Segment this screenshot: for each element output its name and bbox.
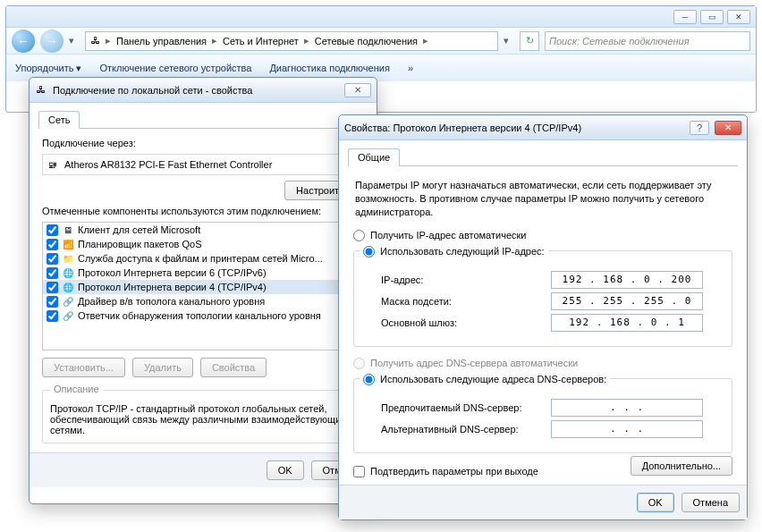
help-button[interactable]: ? bbox=[690, 121, 709, 135]
tab-network[interactable]: Сеть bbox=[38, 111, 80, 129]
component-label: Ответчик обнаружения топологии канальног… bbox=[78, 310, 321, 321]
dialog-titlebar[interactable]: Свойства: Протокол Интернета версии 4 (T… bbox=[339, 115, 747, 140]
network-icon: 🖧 bbox=[89, 35, 102, 47]
ip-manual-radio[interactable] bbox=[363, 246, 375, 258]
dns-auto-label: Получить адрес DNS-сервера автоматически bbox=[370, 358, 578, 368]
list-item[interactable]: 📶Планировщик пакетов QoS bbox=[43, 237, 363, 251]
ip-auto-label: Получить IP-адрес автоматически bbox=[370, 230, 526, 241]
cancel-button[interactable]: Отмена bbox=[682, 493, 740, 512]
component-checkbox[interactable] bbox=[47, 267, 58, 279]
component-checkbox[interactable] bbox=[47, 296, 58, 308]
share-icon: 📁 bbox=[62, 252, 74, 265]
chevron-right-icon: ▸ bbox=[421, 35, 430, 46]
close-button[interactable]: ✕ bbox=[344, 83, 371, 97]
chevron-right-icon: ▸ bbox=[302, 35, 311, 46]
component-label: Драйвер в/в тополога канального уровня bbox=[78, 296, 265, 307]
close-button[interactable]: ✕ bbox=[715, 121, 741, 135]
breadcrumb[interactable]: Сетевые подключения bbox=[313, 36, 419, 46]
connection-properties-dialog: 🖧 Подключение по локальной сети - свойст… bbox=[29, 77, 377, 504]
search-placeholder: Поиск: Сетевые подключения bbox=[549, 36, 690, 46]
list-item[interactable]: 📁Служба доступа к файлам и принтерам сет… bbox=[43, 251, 363, 266]
ip-auto-radio[interactable] bbox=[353, 230, 365, 241]
address-bar[interactable]: 🖧 ▸ Панель управления ▸ Сеть и Интернет … bbox=[85, 31, 498, 51]
tab-general[interactable]: Общие bbox=[348, 148, 400, 166]
organize-menu[interactable]: Упорядочить ▾ bbox=[15, 63, 81, 74]
component-checkbox[interactable] bbox=[47, 282, 58, 293]
component-buttons: Установить... Удалить Свойства bbox=[42, 358, 364, 377]
dialog-title: Свойства: Протокол Интернета версии 4 (T… bbox=[344, 122, 684, 133]
dns-manual-radio[interactable] bbox=[363, 374, 375, 385]
list-item[interactable]: 🖥Клиент для сетей Microsoft bbox=[43, 223, 363, 237]
network-icon: 🖧 bbox=[35, 84, 47, 97]
dns-auto-radio bbox=[353, 358, 365, 369]
component-checkbox[interactable] bbox=[47, 310, 58, 322]
close-button[interactable]: ✕ bbox=[727, 10, 750, 24]
component-label: Протокол Интернета версии 6 (TCP/IPv6) bbox=[78, 267, 267, 278]
topology-icon: 🔗 bbox=[62, 309, 74, 322]
component-label: Планировщик пакетов QoS bbox=[78, 239, 202, 249]
dialog-body: Общие Параметры IP могут назначаться авт… bbox=[339, 140, 747, 485]
dns1-label: Предпочитаемый DNS-сервер: bbox=[381, 402, 551, 413]
gateway-label: Основной шлюз: bbox=[381, 317, 551, 328]
component-checkbox[interactable] bbox=[47, 224, 58, 236]
subnet-mask-label: Маска подсети: bbox=[381, 296, 551, 307]
list-item[interactable]: 🔗Драйвер в/в тополога канального уровня bbox=[43, 294, 363, 308]
component-label: Протокол Интернета версии 4 (TCP/IPv4) bbox=[78, 282, 267, 292]
ok-button[interactable]: OK bbox=[637, 493, 674, 512]
properties-button[interactable]: Свойства bbox=[200, 358, 267, 377]
dialog-titlebar[interactable]: 🖧 Подключение по локальной сети - свойст… bbox=[30, 78, 377, 103]
diagnose-button[interactable]: Диагностика подключения bbox=[269, 63, 389, 73]
remove-button[interactable]: Удалить bbox=[132, 358, 193, 377]
search-input[interactable]: Поиск: Сетевые подключения bbox=[545, 31, 750, 51]
subnet-mask-input[interactable]: 255 . 255 . 255 . 0 bbox=[551, 292, 703, 310]
list-item[interactable]: 🔗Ответчик обнаружения топологии канально… bbox=[43, 308, 363, 323]
protocol-icon: 🌐 bbox=[62, 281, 74, 293]
description-text: Протокол TCP/IP - стандартный протокол г… bbox=[50, 403, 356, 435]
back-button[interactable]: ← bbox=[12, 30, 35, 53]
dns-manual-label: Использовать следующие адреса DNS-сервер… bbox=[380, 374, 606, 384]
client-icon: 🖥 bbox=[62, 224, 74, 236]
disable-device-button[interactable]: Отключение сетевого устройства bbox=[99, 63, 251, 73]
dialog-body: Сеть Подключение через: 🖳 Atheros AR8132… bbox=[30, 103, 377, 452]
component-label: Клиент для сетей Microsoft bbox=[78, 224, 200, 235]
ip-manual-label: Использовать следующий IP-адрес: bbox=[380, 246, 545, 257]
ip-address-input[interactable]: 192 . 168 . 0 . 200 bbox=[551, 271, 703, 289]
advanced-button[interactable]: Дополнительно... bbox=[631, 456, 732, 476]
component-label: Служба доступа к файлам и принтерам сете… bbox=[78, 253, 323, 264]
confirm-on-exit-checkbox[interactable] bbox=[353, 466, 365, 477]
protocol-icon: 🌐 bbox=[62, 266, 74, 279]
history-dropdown-icon[interactable]: ▾ bbox=[69, 35, 80, 46]
connect-via-label: Подключение через: bbox=[42, 138, 364, 148]
ip-address-label: IP-адрес: bbox=[381, 274, 551, 285]
list-item[interactable]: 🌐Протокол Интернета версии 6 (TCP/IPv6) bbox=[43, 266, 363, 280]
explorer-titlebar: ─ ▭ ✕ bbox=[6, 6, 756, 28]
gateway-input[interactable]: 192 . 168 . 0 . 1 bbox=[551, 314, 703, 332]
component-checkbox[interactable] bbox=[47, 253, 58, 265]
chevron-right-icon: ▸ bbox=[104, 35, 113, 46]
tabs: Сеть bbox=[38, 110, 368, 129]
forward-button[interactable]: → bbox=[40, 30, 64, 53]
maximize-button[interactable]: ▭ bbox=[700, 10, 724, 24]
ok-button[interactable]: OK bbox=[267, 460, 304, 480]
component-checkbox[interactable] bbox=[47, 239, 58, 250]
list-item[interactable]: 🌐Протокол Интернета версии 4 (TCP/IPv4) bbox=[43, 280, 363, 294]
dialog-title: Подключение по локальной сети - свойства bbox=[53, 85, 339, 96]
address-dropdown-icon[interactable]: ▾ bbox=[504, 35, 514, 46]
components-list[interactable]: 🖥Клиент для сетей Microsoft 📶Планировщик… bbox=[42, 222, 364, 350]
qos-icon: 📶 bbox=[62, 238, 74, 250]
breadcrumb[interactable]: Панель управления bbox=[114, 36, 208, 46]
tabs: Общие bbox=[348, 148, 738, 166]
breadcrumb[interactable]: Сеть и Интернет bbox=[221, 36, 301, 46]
dialog-footer: OK Отмена bbox=[30, 452, 377, 487]
more-chevron-icon[interactable]: » bbox=[408, 63, 413, 73]
confirm-on-exit-label: Подтвердить параметры при выходе bbox=[370, 466, 538, 477]
dns2-input[interactable]: . . . bbox=[551, 420, 703, 438]
adapter-name: Atheros AR8132 PCI-E Fast Ethernet Contr… bbox=[64, 159, 272, 170]
dns1-input[interactable]: . . . bbox=[551, 399, 703, 417]
install-button[interactable]: Установить... bbox=[42, 358, 125, 377]
chevron-right-icon: ▸ bbox=[210, 35, 219, 46]
minimize-button[interactable]: ─ bbox=[673, 10, 697, 24]
refresh-button[interactable]: ↻ bbox=[520, 31, 539, 51]
dns2-label: Альтернативный DNS-сервер: bbox=[381, 424, 551, 435]
dialog-footer: OK Отмена bbox=[339, 485, 747, 519]
